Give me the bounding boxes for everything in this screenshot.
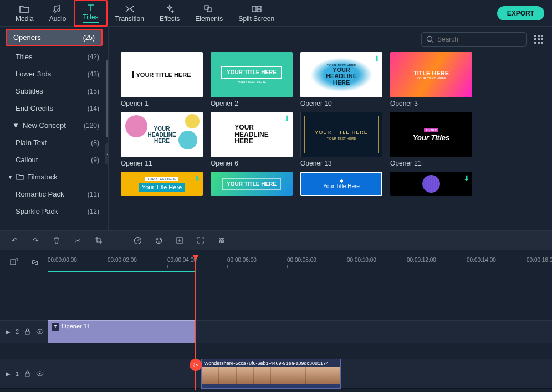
folder-icon (16, 174, 24, 180)
thumb-opener10[interactable]: ⬇ YOUR TEXT HERE YOUR HEADLINE HERE Open… (300, 52, 382, 107)
thumb-caption: Opener 1 (121, 97, 203, 107)
sidebar-item-titles[interactable]: Titles (42) (0, 48, 108, 65)
thumb-sub: YOUR TEXT HERE (237, 80, 266, 84)
link-button[interactable] (30, 257, 40, 267)
sidebar-scrollbar[interactable] (106, 60, 108, 137)
tab-effects[interactable]: Effects (152, 0, 187, 27)
sidebar-item-callout[interactable]: Callout (9) (0, 151, 108, 168)
export-button[interactable]: EXPORT (497, 6, 544, 20)
lock-icon[interactable] (24, 328, 30, 335)
ruler-tick: 00:00:16:00 (527, 257, 552, 263)
delete-button[interactable] (52, 236, 61, 245)
tab-elements[interactable]: Elements (187, 0, 231, 27)
settings-button[interactable] (217, 236, 226, 245)
sidebar-item-subtitles[interactable]: Subtitles (15) (0, 82, 108, 100)
thumb-title3: HERE (333, 79, 350, 86)
thumb-opener6[interactable]: ⬇ YOUR HEADLINE HERE Opener 6 (211, 112, 293, 167)
svg-rect-18 (25, 373, 29, 376)
tab-transition[interactable]: Transition (108, 0, 152, 27)
thumb-opener3[interactable]: TITLE HEREYOUR TEXT HERE Opener 3 (390, 52, 472, 107)
tab-media[interactable]: Media (8, 0, 42, 27)
sidebar-item-newconcept[interactable]: ▼New Concept (120) (0, 117, 108, 134)
thumb-caption: Opener 6 (211, 157, 293, 167)
expand-button[interactable] (196, 236, 205, 245)
thumb-opener1[interactable]: YOUR TITLE HERE Opener 1 (121, 52, 203, 107)
green-screen-button[interactable] (175, 236, 184, 245)
clip-filename: Wondershare-5cca78f6-6eb1-4469-91ea-a09d… (202, 359, 340, 367)
sidebar-item-label: Callout (16, 156, 38, 164)
sidebar-item-label: Romantic Pack (16, 190, 64, 198)
thumb-title: Your Titles (413, 133, 449, 142)
add-marker-button[interactable] (9, 257, 19, 267)
sidebar-item-label: Sparkle Pack (16, 207, 58, 215)
redo-button[interactable]: ↷ (31, 236, 40, 245)
thumb-pre: ENTER (424, 128, 438, 132)
thumb-caption: Opener 10 (300, 97, 382, 107)
clip-frames (202, 367, 340, 384)
clip-label: Opener 11 (62, 323, 90, 329)
sidebar-item-label: Plain Text (16, 138, 47, 147)
sidebar-item-romantic[interactable]: Romantic Pack (11) (0, 185, 108, 203)
split-button[interactable]: ✂ (73, 236, 82, 245)
track-num: 2 (16, 328, 19, 335)
grid-view-icon[interactable] (534, 35, 543, 44)
main-row: Openers (25) Titles (42) Lower 3rds (43)… (0, 27, 552, 230)
undo-button[interactable]: ↶ (10, 236, 19, 245)
svg-point-12 (220, 238, 222, 240)
sidebar-item-label: Openers (13, 33, 41, 42)
sidebar-item-endcredits[interactable]: End Credits (14) (0, 100, 108, 117)
sidebar-item-lower3rds[interactable]: Lower 3rds (43) (0, 65, 108, 82)
thumb-title: YOUR (333, 66, 350, 73)
thumb-opener11[interactable]: YOUR HEADLINE HERE Opener 11 (121, 112, 203, 167)
thumb-partial-2[interactable]: YOUR TITLE HERE (211, 172, 293, 196)
sidebar-item-count: (25) (83, 34, 95, 42)
sidebar-item-count: (12) (88, 208, 99, 215)
eye-icon[interactable] (36, 329, 44, 334)
timeline: 00:00:00:00 00:00:02:00 00:00:04:00 00:0… (0, 250, 552, 392)
tab-titles[interactable]: Titles (74, 0, 107, 27)
lock-icon[interactable] (24, 370, 30, 377)
svg-rect-4 (257, 9, 261, 12)
music-icon (53, 4, 62, 14)
content-toolbar (109, 27, 552, 52)
svg-point-9 (160, 239, 161, 240)
thumb-title: Your Title Here (323, 183, 360, 189)
thumb-title3: HERE (154, 138, 170, 144)
sidebar-item-count: (8) (91, 139, 99, 147)
svg-point-14 (220, 241, 222, 243)
thumb-partial-1[interactable]: ⬇ YOUR TEXT HERE Your Title Here (121, 172, 203, 196)
thumb-opener21[interactable]: ENTER Your Titles Opener 21 (390, 112, 472, 167)
sidebar-item-count: (42) (88, 53, 99, 61)
sidebar-group-filmstock[interactable]: ▼ Filmstock (0, 168, 108, 185)
tab-audio[interactable]: Audio (42, 0, 74, 27)
color-button[interactable] (154, 236, 163, 245)
svg-point-10 (158, 241, 159, 243)
thumb-title: YOUR (154, 126, 170, 132)
track-num: 1 (16, 370, 19, 377)
sidebar-collapse-handle[interactable]: ◀ (105, 143, 109, 165)
tab-label: Media (16, 15, 34, 23)
tab-split-screen[interactable]: Split Screen (231, 0, 282, 27)
sidebar-item-openers[interactable]: Openers (25) (6, 29, 103, 46)
search-input[interactable] (437, 35, 522, 43)
svg-rect-3 (257, 6, 261, 8)
timeline-toolbar: ↶ ↷ ✂ (0, 230, 552, 250)
thumb-opener13[interactable]: YOUR TITLE HERE YOUR TEXT HERE Opener 13 (300, 112, 382, 167)
crop-button[interactable] (94, 236, 103, 245)
speed-button[interactable] (133, 236, 142, 245)
thumb-partial-3[interactable]: ◆ Your Title Here (300, 172, 382, 196)
chevron-down-icon: ▼ (8, 174, 13, 180)
sidebar-item-plaintext[interactable]: Plain Text (8) (0, 134, 108, 151)
ruler-tick: 00:00:00:00 (48, 257, 77, 263)
thumb-opener2[interactable]: YOUR TITLE HEREYOUR TEXT HERE Opener 2 (211, 52, 293, 107)
thumb-partial-4[interactable]: ⬇ (390, 172, 472, 196)
eye-icon[interactable] (36, 371, 44, 376)
clip-title[interactable]: T Opener 11 (48, 320, 195, 343)
thumb-sub: YOUR TEXT HERE (417, 76, 446, 80)
sidebar-item-sparkle[interactable]: Sparkle Pack (12) (0, 203, 108, 220)
playhead[interactable] (195, 255, 196, 390)
clip-video[interactable]: Wondershare-5cca78f6-6eb1-4469-91ea-a09d… (201, 359, 341, 389)
thumb-title: YOUR TITLE HERE (132, 71, 191, 78)
tab-label: Split Screen (238, 15, 274, 23)
download-icon: ⬇ (463, 174, 470, 183)
